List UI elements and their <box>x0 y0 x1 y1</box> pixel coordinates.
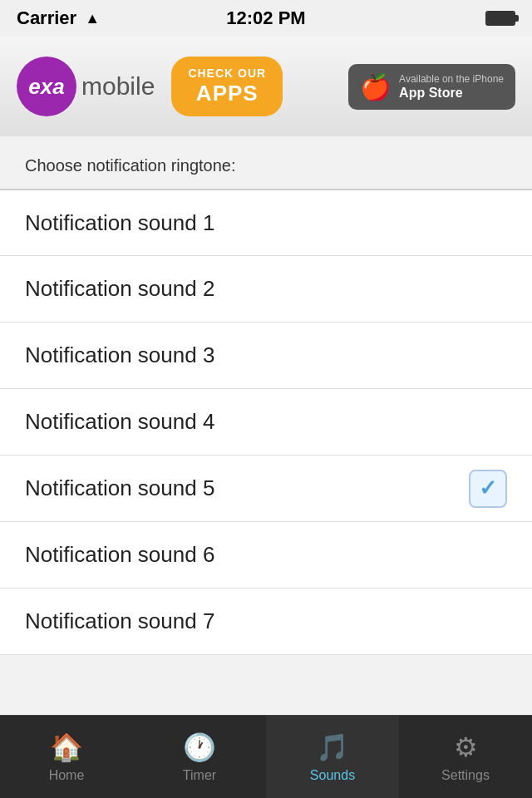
app-store-line1: Available on the iPhone <box>399 72 504 86</box>
tab-icon-home: 🏠 <box>50 732 83 763</box>
tab-label-home: Home <box>49 768 85 783</box>
app-store-button[interactable]: 🍎 Available on the iPhone App Store <box>348 64 515 110</box>
tab-timer[interactable]: 🕐Timer <box>133 716 266 798</box>
tab-sounds[interactable]: 🎵Sounds <box>266 716 399 798</box>
tab-icon-timer: 🕐 <box>183 732 216 763</box>
check-apps-line2: APPS <box>188 81 266 106</box>
sound-name-1: Notification sound 1 <box>25 210 214 236</box>
sound-name-4: Notification sound 4 <box>25 409 214 435</box>
tab-settings[interactable]: ⚙Settings <box>399 716 532 798</box>
check-apps-button[interactable]: CHECK OUR APPS <box>171 57 283 116</box>
sound-name-5: Notification sound 5 <box>25 475 214 501</box>
tab-label-sounds: Sounds <box>310 768 355 783</box>
app-store-line2: App Store <box>399 86 504 101</box>
tab-icon-sounds: 🎵 <box>316 732 349 763</box>
exa-circle: exa <box>17 57 76 116</box>
mobile-text: mobile <box>81 72 155 101</box>
checkmark-icon-5: ✓ <box>479 475 497 501</box>
sound-item-1[interactable]: Notification sound 1 <box>0 190 532 256</box>
sound-item-5[interactable]: Notification sound 5✓ <box>0 456 532 522</box>
sound-name-7: Notification sound 7 <box>25 608 214 634</box>
checkmark-box-5: ✓ <box>469 470 507 508</box>
sound-list: Notification sound 1Notification sound 2… <box>0 190 532 655</box>
sound-name-6: Notification sound 6 <box>25 542 214 568</box>
check-apps-line1: CHECK OUR <box>188 66 266 81</box>
sound-item-4[interactable]: Notification sound 4 <box>0 389 532 456</box>
tab-icon-settings: ⚙ <box>454 732 478 763</box>
tab-label-settings: Settings <box>441 768 490 783</box>
exa-logo: exa mobile <box>17 57 155 116</box>
time-label: 12:02 PM <box>226 7 305 29</box>
sound-item-3[interactable]: Notification sound 3 <box>0 323 532 389</box>
tab-bar: 🏠Home🕐Timer🎵Sounds⚙Settings <box>0 715 532 798</box>
sound-item-6[interactable]: Notification sound 6 <box>0 522 532 589</box>
tab-label-timer: Timer <box>183 768 216 783</box>
battery-icon <box>485 11 515 26</box>
sound-item-7[interactable]: Notification sound 7 <box>0 589 532 655</box>
sound-name-3: Notification sound 3 <box>25 342 214 368</box>
main-content: Choose notification ringtone: Notificati… <box>0 136 532 715</box>
status-bar: Carrier ▲ 12:02 PM <box>0 0 532 37</box>
wifi-icon: ▲ <box>85 10 100 27</box>
sound-item-2[interactable]: Notification sound 2 <box>0 256 532 323</box>
sound-name-2: Notification sound 2 <box>25 276 214 302</box>
header-banner: exa mobile CHECK OUR APPS 🍎 Available on… <box>0 37 532 136</box>
apple-icon: 🍎 <box>360 72 391 101</box>
carrier-label: Carrier <box>17 7 76 29</box>
tab-home[interactable]: 🏠Home <box>0 716 133 798</box>
ringtone-label: Choose notification ringtone: <box>0 136 532 189</box>
